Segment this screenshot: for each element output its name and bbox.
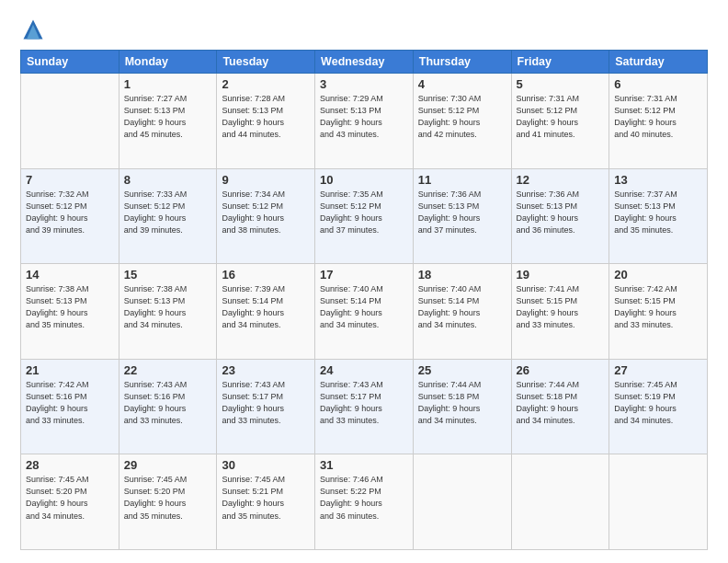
day-number: 13 <box>614 173 702 187</box>
day-info: Sunrise: 7:36 AM Sunset: 5:13 PM Dayligh… <box>418 189 506 236</box>
day-number: 23 <box>222 363 310 377</box>
day-number: 4 <box>418 77 506 91</box>
calendar-cell: 23Sunrise: 7:43 AM Sunset: 5:17 PM Dayli… <box>217 359 315 454</box>
day-info: Sunrise: 7:44 AM Sunset: 5:18 PM Dayligh… <box>517 379 605 427</box>
calendar-cell: 12Sunrise: 7:36 AM Sunset: 5:13 PM Dayli… <box>511 168 609 264</box>
calendar-cell: 30Sunrise: 7:45 AM Sunset: 5:21 PM Dayli… <box>217 454 315 550</box>
calendar-cell: 15Sunrise: 7:38 AM Sunset: 5:13 PM Dayli… <box>119 264 217 360</box>
week-row-2: 7Sunrise: 7:32 AM Sunset: 5:12 PM Daylig… <box>21 168 708 264</box>
calendar-cell: 17Sunrise: 7:40 AM Sunset: 5:14 PM Dayli… <box>315 264 414 360</box>
calendar-cell: 5Sunrise: 7:31 AM Sunset: 5:12 PM Daylig… <box>511 74 609 169</box>
calendar-cell: 3Sunrise: 7:29 AM Sunset: 5:13 PM Daylig… <box>315 74 414 169</box>
day-number: 17 <box>320 268 408 282</box>
calendar-cell: 13Sunrise: 7:37 AM Sunset: 5:13 PM Dayli… <box>609 168 708 264</box>
calendar-cell: 8Sunrise: 7:33 AM Sunset: 5:12 PM Daylig… <box>119 168 217 264</box>
calendar-cell: 9Sunrise: 7:34 AM Sunset: 5:12 PM Daylig… <box>217 168 315 264</box>
day-number: 20 <box>614 268 702 282</box>
calendar-cell: 7Sunrise: 7:32 AM Sunset: 5:12 PM Daylig… <box>21 168 119 264</box>
day-number: 2 <box>222 77 310 91</box>
day-number: 12 <box>517 173 605 187</box>
day-info: Sunrise: 7:41 AM Sunset: 5:15 PM Dayligh… <box>517 283 605 331</box>
calendar-cell: 25Sunrise: 7:44 AM Sunset: 5:18 PM Dayli… <box>413 359 511 454</box>
day-number: 3 <box>320 77 408 91</box>
calendar-cell: 10Sunrise: 7:35 AM Sunset: 5:12 PM Dayli… <box>315 168 414 264</box>
day-info: Sunrise: 7:43 AM Sunset: 5:16 PM Dayligh… <box>124 379 212 427</box>
logo <box>20 17 50 42</box>
calendar-cell: 22Sunrise: 7:43 AM Sunset: 5:16 PM Dayli… <box>119 359 217 454</box>
day-number: 16 <box>222 268 310 282</box>
day-info: Sunrise: 7:32 AM Sunset: 5:12 PM Dayligh… <box>26 189 114 236</box>
day-number: 15 <box>124 268 212 282</box>
calendar-cell <box>609 454 708 550</box>
day-info: Sunrise: 7:46 AM Sunset: 5:22 PM Dayligh… <box>320 474 408 522</box>
weekday-header-row: SundayMondayTuesdayWednesdayThursdayFrid… <box>21 51 708 74</box>
day-info: Sunrise: 7:35 AM Sunset: 5:12 PM Dayligh… <box>320 189 408 236</box>
weekday-saturday: Saturday <box>609 51 708 74</box>
calendar-cell: 2Sunrise: 7:28 AM Sunset: 5:13 PM Daylig… <box>217 74 315 169</box>
day-info: Sunrise: 7:31 AM Sunset: 5:12 PM Dayligh… <box>614 93 702 141</box>
day-info: Sunrise: 7:45 AM Sunset: 5:20 PM Dayligh… <box>124 474 212 522</box>
day-info: Sunrise: 7:45 AM Sunset: 5:19 PM Dayligh… <box>614 379 702 427</box>
weekday-friday: Friday <box>511 51 609 74</box>
calendar-cell: 31Sunrise: 7:46 AM Sunset: 5:22 PM Dayli… <box>315 454 414 550</box>
day-number: 14 <box>26 268 114 282</box>
day-info: Sunrise: 7:43 AM Sunset: 5:17 PM Dayligh… <box>320 379 408 427</box>
calendar-cell: 6Sunrise: 7:31 AM Sunset: 5:12 PM Daylig… <box>609 74 708 169</box>
day-info: Sunrise: 7:38 AM Sunset: 5:13 PM Dayligh… <box>26 283 114 331</box>
day-info: Sunrise: 7:44 AM Sunset: 5:18 PM Dayligh… <box>418 379 506 427</box>
day-info: Sunrise: 7:28 AM Sunset: 5:13 PM Dayligh… <box>222 93 310 141</box>
day-info: Sunrise: 7:37 AM Sunset: 5:13 PM Dayligh… <box>614 189 702 236</box>
calendar-cell: 29Sunrise: 7:45 AM Sunset: 5:20 PM Dayli… <box>119 454 217 550</box>
weekday-tuesday: Tuesday <box>217 51 315 74</box>
day-info: Sunrise: 7:39 AM Sunset: 5:14 PM Dayligh… <box>222 283 310 331</box>
day-number: 21 <box>26 363 114 377</box>
calendar-cell: 26Sunrise: 7:44 AM Sunset: 5:18 PM Dayli… <box>511 359 609 454</box>
day-info: Sunrise: 7:38 AM Sunset: 5:13 PM Dayligh… <box>124 283 212 331</box>
day-info: Sunrise: 7:29 AM Sunset: 5:13 PM Dayligh… <box>320 93 408 141</box>
day-info: Sunrise: 7:31 AM Sunset: 5:12 PM Dayligh… <box>517 93 605 141</box>
calendar-cell: 24Sunrise: 7:43 AM Sunset: 5:17 PM Dayli… <box>315 359 414 454</box>
calendar-cell: 20Sunrise: 7:42 AM Sunset: 5:15 PM Dayli… <box>609 264 708 360</box>
calendar-cell <box>21 74 119 169</box>
week-row-3: 14Sunrise: 7:38 AM Sunset: 5:13 PM Dayli… <box>21 264 708 360</box>
day-number: 7 <box>26 173 114 187</box>
day-info: Sunrise: 7:42 AM Sunset: 5:16 PM Dayligh… <box>26 379 114 427</box>
header <box>20 17 708 42</box>
day-number: 18 <box>418 268 506 282</box>
day-info: Sunrise: 7:40 AM Sunset: 5:14 PM Dayligh… <box>418 283 506 331</box>
day-number: 19 <box>517 268 605 282</box>
day-number: 27 <box>614 363 702 377</box>
calendar-cell: 11Sunrise: 7:36 AM Sunset: 5:13 PM Dayli… <box>413 168 511 264</box>
day-info: Sunrise: 7:45 AM Sunset: 5:20 PM Dayligh… <box>26 474 114 522</box>
weekday-wednesday: Wednesday <box>315 51 414 74</box>
calendar-cell: 16Sunrise: 7:39 AM Sunset: 5:14 PM Dayli… <box>217 264 315 360</box>
day-number: 31 <box>320 458 408 472</box>
day-info: Sunrise: 7:33 AM Sunset: 5:12 PM Dayligh… <box>124 189 212 236</box>
week-row-4: 21Sunrise: 7:42 AM Sunset: 5:16 PM Dayli… <box>21 359 708 454</box>
day-info: Sunrise: 7:42 AM Sunset: 5:15 PM Dayligh… <box>614 283 702 331</box>
calendar-cell: 1Sunrise: 7:27 AM Sunset: 5:13 PM Daylig… <box>119 74 217 169</box>
calendar-body: 1Sunrise: 7:27 AM Sunset: 5:13 PM Daylig… <box>21 74 708 550</box>
calendar-cell <box>413 454 511 550</box>
day-number: 10 <box>320 173 408 187</box>
calendar-cell: 28Sunrise: 7:45 AM Sunset: 5:20 PM Dayli… <box>21 454 119 550</box>
day-info: Sunrise: 7:43 AM Sunset: 5:17 PM Dayligh… <box>222 379 310 427</box>
day-number: 6 <box>614 77 702 91</box>
calendar-cell <box>511 454 609 550</box>
day-number: 9 <box>222 173 310 187</box>
logo-icon <box>20 17 46 42</box>
calendar-cell: 4Sunrise: 7:30 AM Sunset: 5:12 PM Daylig… <box>413 74 511 169</box>
day-number: 26 <box>517 363 605 377</box>
day-info: Sunrise: 7:27 AM Sunset: 5:13 PM Dayligh… <box>124 93 212 141</box>
day-number: 25 <box>418 363 506 377</box>
day-number: 24 <box>320 363 408 377</box>
weekday-sunday: Sunday <box>21 51 119 74</box>
day-info: Sunrise: 7:45 AM Sunset: 5:21 PM Dayligh… <box>222 474 310 522</box>
calendar-cell: 19Sunrise: 7:41 AM Sunset: 5:15 PM Dayli… <box>511 264 609 360</box>
day-number: 8 <box>124 173 212 187</box>
day-number: 28 <box>26 458 114 472</box>
calendar-cell: 27Sunrise: 7:45 AM Sunset: 5:19 PM Dayli… <box>609 359 708 454</box>
day-number: 30 <box>222 458 310 472</box>
day-info: Sunrise: 7:30 AM Sunset: 5:12 PM Dayligh… <box>418 93 506 141</box>
day-info: Sunrise: 7:34 AM Sunset: 5:12 PM Dayligh… <box>222 189 310 236</box>
